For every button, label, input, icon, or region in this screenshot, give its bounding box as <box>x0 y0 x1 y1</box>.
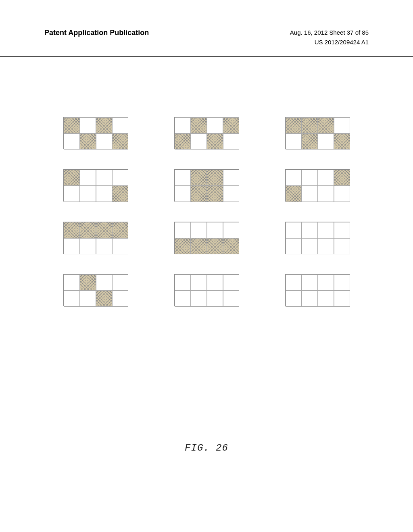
grid-diagram-r2-g0 <box>63 222 128 254</box>
grid-cell <box>191 186 207 202</box>
grid-cell <box>64 291 80 307</box>
grid-cell <box>223 117 239 133</box>
grid-cell <box>112 186 128 202</box>
grid-cell <box>191 117 207 133</box>
grid-cell <box>191 291 207 307</box>
grid-cell <box>207 133 223 150</box>
grid-cell <box>96 238 112 254</box>
grid-cell <box>207 291 223 307</box>
grid-cell <box>207 274 223 291</box>
grid-cell <box>112 133 128 150</box>
grid-cell <box>80 117 96 133</box>
diagram-row-1 <box>40 169 373 202</box>
patent-number: US 2012/209424 A1 <box>290 37 369 47</box>
grid-cell <box>64 222 80 238</box>
grid-cell <box>223 291 239 307</box>
grid-cell <box>96 222 112 238</box>
grid-cell <box>96 117 112 133</box>
grid-cell <box>302 117 318 133</box>
grid-cell <box>223 274 239 291</box>
grid-cell <box>207 170 223 186</box>
grid-cell <box>318 133 334 150</box>
grid-diagram-r0-g2 <box>285 117 350 149</box>
grid-diagram-r0-g1 <box>174 117 239 149</box>
grid-cell <box>80 274 96 291</box>
grid-cell <box>286 291 302 307</box>
grid-cell <box>207 222 223 238</box>
grid-diagram-r1-g0 <box>63 169 128 202</box>
grid-diagram-r1-g2 <box>285 169 350 202</box>
grid-cell <box>175 274 191 291</box>
grid-cell <box>286 186 302 202</box>
grid-cell <box>64 170 80 186</box>
grid-cell <box>334 222 350 238</box>
grid-cell <box>175 222 191 238</box>
grid-cell <box>96 186 112 202</box>
grid-cell <box>96 291 112 307</box>
grid-cell <box>112 222 128 238</box>
grid-diagram-r1-g1 <box>174 169 239 202</box>
grid-cell <box>64 133 80 150</box>
grid-cell <box>334 274 350 291</box>
grid-cell <box>223 186 239 202</box>
grid-cell <box>207 117 223 133</box>
grid-diagram-r2-g2 <box>285 222 350 254</box>
diagram-row-3 <box>40 274 373 306</box>
header-divider <box>0 56 413 57</box>
grid-cell <box>175 170 191 186</box>
grid-cell <box>286 274 302 291</box>
grid-cell <box>112 274 128 291</box>
grid-cell <box>191 238 207 254</box>
grid-diagram-r3-g2 <box>285 274 350 306</box>
grid-cell <box>286 238 302 254</box>
grid-diagram-r3-g1 <box>174 274 239 306</box>
grid-cell <box>223 238 239 254</box>
grid-cell <box>207 238 223 254</box>
grid-cell <box>286 170 302 186</box>
grid-cell <box>286 117 302 133</box>
grid-cell <box>112 170 128 186</box>
grid-cell <box>318 186 334 202</box>
grid-cell <box>318 170 334 186</box>
grid-cell <box>302 186 318 202</box>
grid-cell <box>334 117 350 133</box>
grid-diagram-r3-g0 <box>63 274 128 306</box>
grid-cell <box>80 186 96 202</box>
grid-cell <box>302 274 318 291</box>
grid-cell <box>286 222 302 238</box>
grid-cell <box>302 291 318 307</box>
grid-cell <box>334 170 350 186</box>
grid-cell <box>318 117 334 133</box>
grid-diagram-r2-g1 <box>174 222 239 254</box>
grid-cell <box>175 291 191 307</box>
grid-cell <box>80 291 96 307</box>
grid-cell <box>191 170 207 186</box>
page-header: Patent Application Publication Aug. 16, … <box>44 28 369 47</box>
grid-cell <box>64 238 80 254</box>
grid-cell <box>334 133 350 150</box>
grid-cell <box>64 186 80 202</box>
grid-cell <box>318 222 334 238</box>
grid-cell <box>191 274 207 291</box>
grid-cell <box>302 222 318 238</box>
grid-cell <box>302 170 318 186</box>
diagram-row-0 <box>40 117 373 149</box>
grid-diagram-r0-g0 <box>63 117 128 149</box>
grid-cell <box>207 186 223 202</box>
grid-cell <box>191 133 207 150</box>
grid-cell <box>302 133 318 150</box>
grid-cell <box>175 238 191 254</box>
grid-cell <box>318 291 334 307</box>
grid-cell <box>64 274 80 291</box>
grid-cell <box>96 170 112 186</box>
grid-cell <box>80 133 96 150</box>
grid-cell <box>175 117 191 133</box>
figure-label: FIG. 26 <box>185 443 228 453</box>
grid-cell <box>318 238 334 254</box>
grid-cell <box>334 291 350 307</box>
grid-cell <box>334 186 350 202</box>
diagrams-area <box>40 117 373 326</box>
grid-cell <box>64 117 80 133</box>
grid-cell <box>223 170 239 186</box>
publication-title: Patent Application Publication <box>44 28 149 38</box>
